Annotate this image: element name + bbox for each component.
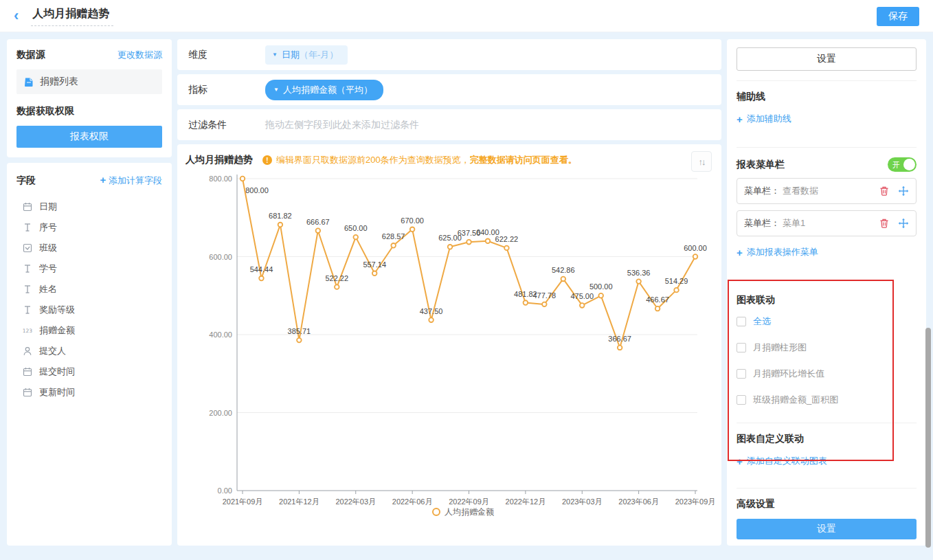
add-aux-line-link[interactable]: +添加辅助线 bbox=[737, 113, 791, 125]
svg-text:666.67: 666.67 bbox=[306, 218, 330, 226]
linkage-checkbox[interactable] bbox=[737, 369, 746, 379]
add-calculated-field-link[interactable]: + 添加计算字段 bbox=[100, 174, 162, 187]
page-title[interactable]: 人均月捐赠趋势 bbox=[31, 5, 113, 26]
svg-text:500.00: 500.00 bbox=[589, 282, 613, 291]
divider bbox=[737, 80, 917, 81]
svg-text:2023年09月: 2023年09月 bbox=[675, 497, 715, 506]
select-all-row: 全选 bbox=[737, 315, 917, 328]
add-custom-linkage-link[interactable]: +添加自定义联动图表 bbox=[737, 455, 827, 467]
text-icon bbox=[22, 284, 33, 295]
svg-text:385.71: 385.71 bbox=[288, 327, 311, 335]
svg-text:800.00: 800.00 bbox=[245, 186, 269, 194]
change-datasource-link[interactable]: 更改数据源 bbox=[117, 49, 162, 61]
calendar-icon bbox=[22, 387, 33, 398]
svg-text:681.82: 681.82 bbox=[269, 212, 292, 220]
field-item-name[interactable]: 姓名 bbox=[16, 279, 162, 300]
move-icon[interactable] bbox=[898, 218, 909, 229]
svg-text:477.78: 477.78 bbox=[533, 291, 557, 300]
metric-pill[interactable]: ▼ 人均捐赠金额（平均） bbox=[265, 80, 383, 100]
svg-text:2023年06月: 2023年06月 bbox=[618, 497, 659, 506]
field-item-submit-time[interactable]: 提交时间 bbox=[16, 361, 162, 382]
select-icon bbox=[22, 243, 33, 254]
save-button[interactable]: 保存 bbox=[877, 7, 919, 26]
page-scrollbar[interactable] bbox=[925, 328, 931, 548]
report-permission-button[interactable]: 报表权限 bbox=[16, 126, 162, 148]
svg-text:2021年12月: 2021年12月 bbox=[279, 497, 319, 506]
svg-text:2022年09月: 2022年09月 bbox=[449, 497, 489, 506]
add-report-menu-link[interactable]: +添加报表操作菜单 bbox=[737, 246, 818, 258]
field-item-serial[interactable]: 序号 bbox=[16, 217, 162, 238]
field-item-student-id[interactable]: 学号 bbox=[16, 258, 162, 279]
svg-text:514.29: 514.29 bbox=[665, 277, 688, 285]
dimension-label: 维度 bbox=[188, 49, 262, 61]
settings-panel: 设置 辅助线 +添加辅助线 报表菜单栏 开 菜单栏：查看数据 菜单栏 bbox=[727, 39, 926, 546]
warning-icon: ! bbox=[262, 155, 272, 165]
svg-text:2022年12月: 2022年12月 bbox=[506, 497, 546, 506]
field-item-class[interactable]: 班级 bbox=[16, 238, 162, 258]
linkage-row: 月捐赠环比增长值 bbox=[737, 368, 917, 380]
menu-item-row[interactable]: 菜单栏：查看数据 bbox=[737, 178, 917, 204]
field-item-update-time[interactable]: 更新时间 bbox=[16, 382, 162, 403]
field-item-submitter[interactable]: 提交人 bbox=[16, 341, 162, 361]
svg-text:600.00: 600.00 bbox=[209, 253, 232, 261]
permission-title: 数据获取权限 bbox=[16, 105, 162, 117]
toggle-knob bbox=[903, 159, 915, 170]
svg-text:670.00: 670.00 bbox=[401, 216, 424, 225]
linkage-checkbox[interactable] bbox=[737, 395, 746, 405]
menu-toggle[interactable]: 开 bbox=[888, 157, 917, 172]
plus-icon: + bbox=[737, 113, 743, 125]
chevron-down-icon: ▼ bbox=[272, 52, 278, 58]
linkage-checkbox[interactable] bbox=[737, 343, 746, 352]
svg-text:544.44: 544.44 bbox=[250, 265, 273, 273]
divider bbox=[737, 147, 917, 148]
svg-text:628.57: 628.57 bbox=[382, 232, 405, 240]
settings-button[interactable]: 设置 bbox=[737, 47, 917, 71]
trash-icon[interactable] bbox=[879, 186, 890, 197]
text-icon bbox=[22, 222, 33, 233]
svg-text:800.00: 800.00 bbox=[209, 175, 232, 183]
field-item-donation-amount[interactable]: 捐赠金额 bbox=[16, 320, 162, 341]
fields-title: 字段 bbox=[16, 175, 36, 187]
menu-item-row[interactable]: 菜单栏：菜单1 bbox=[737, 210, 917, 236]
advanced-settings-button[interactable]: 设置 bbox=[737, 519, 917, 539]
person-icon bbox=[22, 346, 33, 357]
move-icon[interactable] bbox=[898, 186, 909, 197]
svg-text:2021年09月: 2021年09月 bbox=[223, 497, 263, 506]
select-all-checkbox[interactable] bbox=[737, 317, 746, 326]
divider bbox=[737, 488, 917, 489]
sort-icon[interactable]: ↑↓ bbox=[691, 151, 712, 172]
svg-text:2023年03月: 2023年03月 bbox=[562, 497, 603, 506]
chart-linkage-title: 图表联动 bbox=[737, 294, 917, 306]
advanced-settings-title: 高级设置 bbox=[737, 498, 917, 511]
text-icon bbox=[22, 263, 33, 274]
filter-label: 过滤条件 bbox=[188, 119, 262, 131]
svg-text:522.22: 522.22 bbox=[325, 274, 348, 282]
svg-text:366.67: 366.67 bbox=[608, 335, 631, 343]
linkage-row: 月捐赠柱形图 bbox=[737, 341, 917, 354]
filter-row[interactable]: 过滤条件 拖动左侧字段到此处来添加过滤条件 bbox=[177, 109, 721, 140]
custom-linkage-title: 图表自定义联动 bbox=[737, 433, 917, 445]
plus-icon: + bbox=[737, 456, 743, 467]
field-item-award-level[interactable]: 奖励等级 bbox=[16, 300, 162, 320]
plus-icon: + bbox=[737, 247, 743, 258]
select-all-label[interactable]: 全选 bbox=[753, 315, 771, 328]
calendar-icon bbox=[22, 201, 33, 212]
svg-text:542.86: 542.86 bbox=[552, 266, 575, 274]
filter-placeholder: 拖动左侧字段到此处来添加过滤条件 bbox=[265, 119, 419, 131]
back-icon[interactable]: ‹ bbox=[14, 8, 19, 23]
trend-line-chart: 0.00200.00400.00600.00800.002021年09月2021… bbox=[186, 169, 715, 526]
datasource-panel: 数据源 更改数据源 捐赠列表 数据获取权限 报表权限 bbox=[7, 39, 172, 157]
number-icon bbox=[22, 325, 33, 336]
dimension-pill[interactable]: ▼ 日期（年-月） bbox=[265, 45, 348, 65]
metric-label: 指标 bbox=[188, 84, 262, 96]
svg-text:人均捐赠金额: 人均捐赠金额 bbox=[445, 507, 494, 517]
metric-row: 指标 ▼ 人均捐赠金额（平均） bbox=[177, 74, 721, 105]
trash-icon[interactable] bbox=[879, 218, 890, 229]
svg-text:475.00: 475.00 bbox=[570, 292, 594, 300]
datasource-item[interactable]: 捐赠列表 bbox=[16, 69, 162, 94]
datasource-item-label: 捐赠列表 bbox=[40, 76, 78, 88]
svg-text:2022年03月: 2022年03月 bbox=[335, 497, 376, 506]
field-item-date[interactable]: 日期 bbox=[16, 197, 162, 217]
text-icon bbox=[22, 304, 33, 315]
svg-text:200.00: 200.00 bbox=[209, 409, 232, 417]
